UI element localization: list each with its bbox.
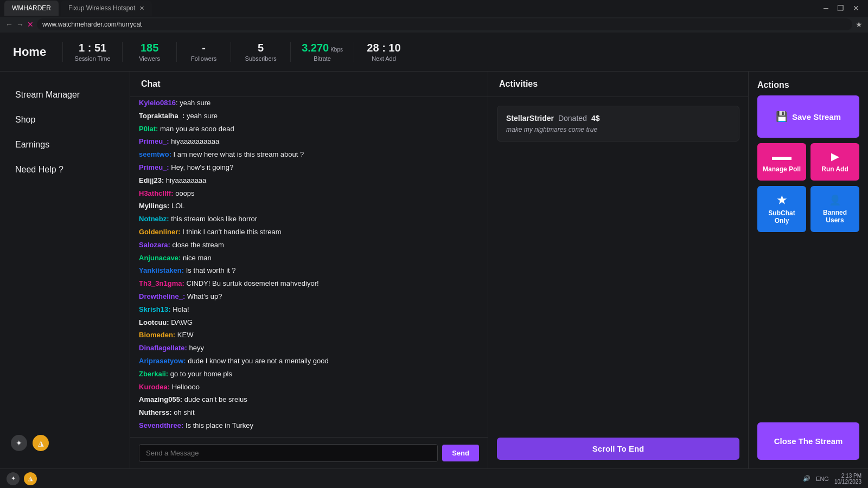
chat-message: Yankiistaken: Is that worth it ?	[139, 265, 479, 277]
stat-next-add-label: Next Add	[372, 55, 396, 62]
app: Home 1 : 51 Session Time 185 Viewers - F…	[0, 33, 868, 488]
chat-message-text: dude I know that you are not a mentally …	[186, 357, 329, 365]
banned-users-label: Banned Users	[814, 209, 856, 224]
chat-username: Salozara:	[139, 241, 170, 249]
chat-message-text: ooops	[174, 189, 195, 197]
chat-message-text: DAWG	[169, 318, 193, 326]
chat-username: Kurodea:	[139, 383, 170, 391]
browser-chrome: WMHARDER Fixup Wireless Hotspot ✕ – ❐ ✕ …	[0, 0, 868, 33]
chat-message-text: oh shit	[172, 408, 195, 416]
sidebar-item-need-help[interactable]: Need Help ?	[0, 157, 130, 182]
chat-message-text: hiyaaaaaaaa	[164, 176, 206, 184]
chat-message: Goldenliner: I think I can't handle this…	[139, 227, 479, 238]
chat-message-text: Is this place in Turkey	[183, 421, 253, 429]
browser-tab-inactive[interactable]: Fixup Wireless Hotspot ✕	[61, 1, 152, 16]
sidebar-item-shop[interactable]: Shop	[0, 107, 130, 132]
tab-close-icon[interactable]: ✕	[139, 5, 144, 12]
stat-viewers-label: Viewers	[139, 55, 160, 62]
stat-subscribers-value: 5	[258, 42, 264, 54]
stat-bitrate-value: 3.270	[302, 42, 329, 54]
taskbar-sound-icon[interactable]: 🔊	[803, 475, 810, 482]
banned-users-button[interactable]: 👤 Banned Users	[810, 186, 859, 232]
restore-button[interactable]: ❐	[837, 3, 844, 13]
chat-message: KyleIo0816: yeah sure	[139, 98, 479, 109]
subchat-icon: ★	[777, 194, 787, 207]
taskbar-time: 2:13 PM	[841, 473, 861, 479]
chat-message-text: heyy	[187, 344, 204, 352]
address-input[interactable]	[37, 18, 852, 30]
chat-message-text: this stream looks like horror	[169, 215, 258, 223]
chat-panel-header: Chat	[130, 72, 488, 97]
chat-messages-list[interactable]: KyleIo0816: yeah sureTopraktalha_: yeah …	[130, 97, 488, 437]
chat-message-text: I think I can't handle this stream	[181, 228, 282, 236]
sidebar-item-earnings[interactable]: Earnings	[0, 132, 130, 157]
chat-username: Yankiistaken:	[139, 266, 184, 274]
tab-inactive-label: Fixup Wireless Hotspot	[68, 4, 135, 12]
chat-username: Primeu_:	[139, 163, 169, 171]
chat-message: Notnebz: this stream looks like horror	[139, 214, 479, 225]
send-button[interactable]: Send	[442, 445, 479, 461]
chat-input[interactable]	[139, 444, 438, 462]
activity-item-0: StellarStrider Donated 4$ make my nightm…	[497, 106, 739, 142]
stat-kbps-label: Kbps	[330, 47, 343, 53]
chat-message: Primeu_: hiyaaaaaaaaaa	[139, 136, 479, 147]
taskbar-icon-star[interactable]: ✦	[7, 472, 20, 485]
nav-back-button[interactable]: ←	[5, 20, 13, 29]
nav-forward-button[interactable]: →	[16, 20, 24, 29]
activities-scroll[interactable]: StellarStrider Donated 4$ make my nightm…	[488, 97, 748, 438]
stat-bitrate: 3.270 Kbps Bitrate	[290, 42, 354, 62]
stat-followers-label: Followers	[191, 55, 216, 62]
chat-message: Biomeden: KEW	[139, 330, 479, 341]
chat-username: Th3_3n1gma:	[139, 279, 184, 287]
manage-poll-label: Manage Poll	[763, 165, 801, 173]
stat-viewers-value: 185	[141, 42, 158, 54]
sidebar-icon-star[interactable]: ✦	[11, 435, 27, 451]
stat-followers-value: -	[202, 42, 206, 54]
sidebar-item-stream-manager[interactable]: Stream Manager	[0, 82, 130, 107]
stat-next-add-value: 28 : 10	[367, 42, 400, 54]
subchat-only-button[interactable]: ★ SubChat Only	[757, 186, 806, 232]
sidebar-bottom-icons: ✦ ◮	[0, 428, 130, 458]
chat-message: Skrish13: Hola!	[139, 304, 479, 316]
run-add-button[interactable]: ▶ Run Add	[810, 143, 859, 181]
chat-message: Anjunacave: nice man	[139, 253, 479, 264]
chat-message-text: LOL	[169, 202, 184, 210]
chat-username: Anjunacave:	[139, 254, 181, 262]
chat-message: Primeu_: Hey, how's it going?	[139, 162, 479, 174]
chat-username: Biomeden:	[139, 331, 175, 339]
chat-username: Primeu_:	[139, 137, 169, 145]
save-stream-label: Save Stream	[792, 112, 841, 121]
save-stream-button[interactable]: 💾 Save Stream	[757, 95, 859, 138]
chat-message-text: close the stream	[170, 241, 224, 249]
browser-tab-active[interactable]: WMHARDER	[4, 1, 59, 16]
save-stream-icon: 💾	[776, 111, 788, 123]
chat-message-text: dude can't be sreius	[182, 395, 247, 403]
nav-reload-button[interactable]: ✕	[27, 20, 34, 29]
close-button[interactable]: ✕	[853, 3, 859, 13]
activity-amount: 4$	[591, 114, 600, 123]
chat-message-text: yeah sure	[184, 112, 218, 120]
close-stream-button[interactable]: Close The Stream	[757, 422, 859, 460]
taskbar-right: 🔊 ENG 2:13 PM 10/12/2023	[803, 473, 861, 485]
activity-action: Donated	[558, 114, 587, 123]
chat-username: Myllings:	[139, 202, 169, 210]
chat-message-text: : yeah sure	[176, 99, 210, 107]
manage-poll-button[interactable]: ▬▬ Manage Poll	[757, 143, 806, 181]
stat-followers: - Followers	[176, 42, 231, 62]
chat-message: P0lat: man you are sooo dead	[139, 124, 479, 135]
sidebar-icon-bookmark[interactable]: ◮	[33, 435, 49, 451]
window-controls: – ❐ ✕	[824, 3, 864, 13]
manage-run-row: ▬▬ Manage Poll ▶ Run Add	[757, 143, 859, 181]
chat-username: Sevendthree:	[139, 421, 183, 429]
chat-username: P0lat:	[139, 125, 158, 133]
scroll-to-end-button[interactable]: Scroll To End	[497, 438, 739, 460]
scroll-to-end-row: Scroll To End	[488, 438, 748, 468]
bookmark-button[interactable]: ★	[856, 20, 863, 29]
chat-username: Topraktalha_:	[139, 112, 184, 120]
taskbar-icon-bookmark[interactable]: ◮	[24, 472, 37, 485]
minimize-button[interactable]: –	[824, 3, 828, 13]
chat-panel: Chat KyleIo0816: yeah sureTopraktalha_: …	[130, 72, 488, 468]
chat-username: seemtwo:	[139, 150, 171, 158]
chat-message: Kurodea: Helloooo	[139, 382, 479, 393]
sidebar: Stream Manager Shop Earnings Need Help ?…	[0, 72, 130, 468]
